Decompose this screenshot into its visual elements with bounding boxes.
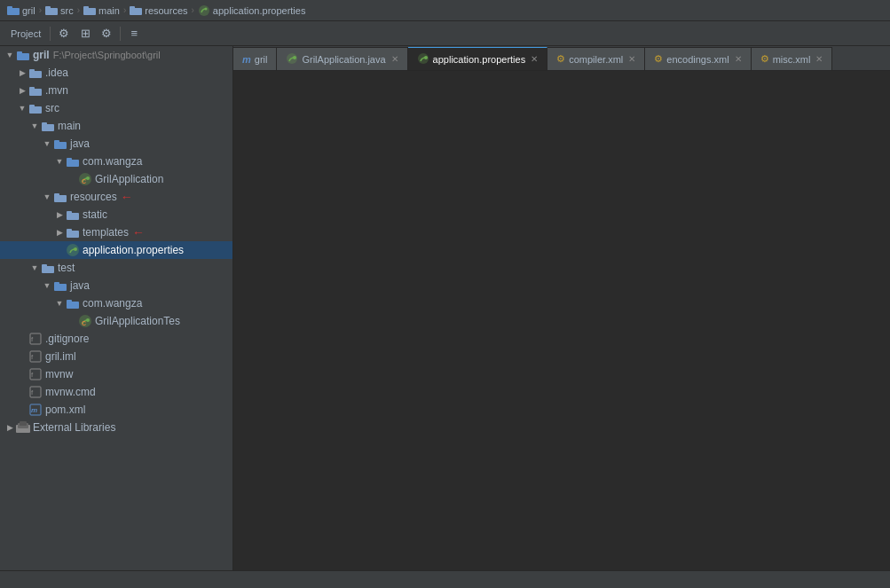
ext-libs-arrow (4, 421, 16, 434)
gril-app-tab-icon (286, 52, 298, 67)
resources-annotation-arrow: ← (121, 190, 133, 204)
java-test-label: java (70, 279, 90, 292)
tree-item-test[interactable]: test (0, 259, 232, 277)
resources-label: resources (70, 191, 117, 203)
svg-rect-56 (20, 421, 27, 426)
mvnw-icon: f (28, 367, 43, 381)
toolbar-config-btn[interactable]: ⚙ (97, 25, 116, 43)
tree-item-mvnw[interactable]: f mvnw (0, 365, 232, 383)
java-test-folder-icon (53, 278, 67, 293)
tab-misc[interactable]: ⚙ misc.xml ✕ (752, 47, 833, 70)
svg-rect-32 (67, 229, 72, 232)
svg-rect-3 (45, 6, 51, 10)
tab-app-properties[interactable]: application.properties ✕ (408, 47, 548, 70)
tree-item-gril-test[interactable]: C GrilApplicationTes (0, 312, 232, 330)
static-arrow (53, 208, 66, 221)
gril-tab-icon: m (242, 54, 251, 65)
templates-arrow (53, 226, 66, 239)
templates-annotation-arrow: ← (132, 225, 145, 239)
tree-item-gril-iml[interactable]: f gril.iml (0, 348, 232, 365)
tree-item-com-wangza[interactable]: com.wangza (0, 153, 232, 170)
svg-rect-36 (42, 264, 47, 268)
tree-item-src[interactable]: src (0, 99, 232, 117)
status-bar (0, 570, 890, 588)
compiler-tab-close[interactable]: ✕ (628, 54, 635, 64)
app-props-tab-close[interactable]: ✕ (531, 54, 538, 64)
tree-item-templates[interactable]: templates ← (0, 223, 232, 241)
tab-gril[interactable]: m gril (233, 47, 277, 70)
editor-tabs: m gril GrilApplication.java ✕ (233, 46, 890, 71)
encodings-tab-label: encodings.xml (666, 54, 729, 65)
tree-item-com-test[interactable]: com.wangza (0, 294, 232, 312)
compiler-tab-icon: ⚙ (556, 53, 565, 65)
tree-item-main[interactable]: main (0, 117, 232, 135)
java-folder-icon (53, 137, 67, 151)
editor-content[interactable] (233, 71, 890, 588)
svg-rect-28 (54, 193, 59, 197)
folder-icon (130, 5, 142, 15)
tree-item-ext-libs[interactable]: External Libraries (0, 419, 232, 436)
idea-label: .idea (45, 67, 68, 79)
svg-text:m: m (31, 406, 37, 414)
pom-icon: m (28, 403, 43, 417)
svg-text:f: f (31, 388, 34, 396)
toolbar-collapse-btn[interactable]: ≡ (124, 25, 144, 43)
gril-app-tab-label: GrilApplication.java (302, 54, 385, 65)
toolbar-layout-btn[interactable]: ⊞ (75, 25, 95, 43)
svg-rect-17 (29, 105, 35, 108)
resources-arrow (41, 191, 53, 203)
tree-item-static[interactable]: static (0, 206, 232, 223)
mvn-label: .mvn (45, 84, 68, 97)
tab-compiler[interactable]: ⚙ compiler.xml ✕ (547, 47, 645, 70)
tree-item-gril-app[interactable]: C GrilApplication (0, 170, 232, 188)
main-folder-icon (41, 119, 55, 133)
sidebar: gril F:\Project\Springboot\gril .idea .m… (0, 46, 233, 588)
folder-icon (83, 5, 96, 15)
breadcrumb-main[interactable]: main (83, 5, 120, 16)
mvn-folder-icon (28, 83, 43, 98)
project-label: Project (5, 28, 46, 39)
svg-rect-13 (29, 69, 35, 73)
templates-label: templates (83, 226, 129, 239)
breadcrumb-gril[interactable]: gril (7, 5, 35, 16)
tab-encodings[interactable]: ⚙ encodings.xml ✕ (645, 47, 751, 70)
main-layout: gril F:\Project\Springboot\gril .idea .m… (0, 46, 890, 588)
breadcrumb-bar: gril › src › main › resources › applicat… (0, 0, 890, 21)
tree-item-app-props[interactable]: application.properties (0, 241, 232, 259)
breadcrumb-src[interactable]: src (45, 5, 74, 16)
encodings-tab-close[interactable]: ✕ (735, 54, 742, 64)
tree-item-gitignore[interactable]: f .gitignore (0, 330, 232, 348)
tree-item-idea[interactable]: .idea (0, 64, 232, 82)
svg-rect-15 (29, 87, 35, 90)
tree-item-java[interactable]: java (0, 135, 232, 153)
misc-tab-close[interactable]: ✕ (815, 54, 823, 64)
svg-point-34 (74, 247, 77, 251)
app-props-tab-icon (417, 52, 429, 67)
tab-gril-application[interactable]: GrilApplication.java ✕ (277, 47, 407, 70)
tree-item-pom[interactable]: m pom.xml (0, 401, 232, 419)
misc-tab-label: misc.xml (773, 54, 811, 65)
iml-label: gril.iml (45, 350, 76, 363)
gril-app-tab-close[interactable]: ✕ (391, 54, 398, 64)
test-label: test (58, 262, 75, 274)
svg-rect-5 (83, 6, 89, 10)
svg-point-42 (86, 318, 90, 322)
tree-item-mvn[interactable]: .mvn (0, 82, 232, 99)
static-folder-icon (66, 208, 80, 222)
breadcrumb-resources[interactable]: resources (130, 5, 187, 16)
tree-item-java-test[interactable]: java (0, 277, 232, 294)
tree-item-resources[interactable]: resources ← (0, 188, 232, 206)
svg-text:f: f (31, 353, 34, 361)
test-arrow (28, 262, 41, 274)
com-arrow (53, 155, 66, 168)
project-tree[interactable]: gril F:\Project\Springboot\gril .idea .m… (0, 46, 232, 581)
tree-root[interactable]: gril F:\Project\Springboot\gril (0, 46, 232, 64)
toolbar-gear-btn[interactable]: ⚙ (54, 25, 74, 43)
com-folder-icon (66, 154, 80, 169)
tree-item-mvnw-cmd[interactable]: f mvnw.cmd (0, 383, 232, 401)
encodings-tab-icon: ⚙ (654, 53, 663, 65)
idea-arrow (16, 67, 28, 79)
main-arrow (28, 120, 41, 132)
breadcrumb-app-props[interactable]: application.properties (198, 4, 306, 17)
src-arrow (16, 102, 28, 114)
